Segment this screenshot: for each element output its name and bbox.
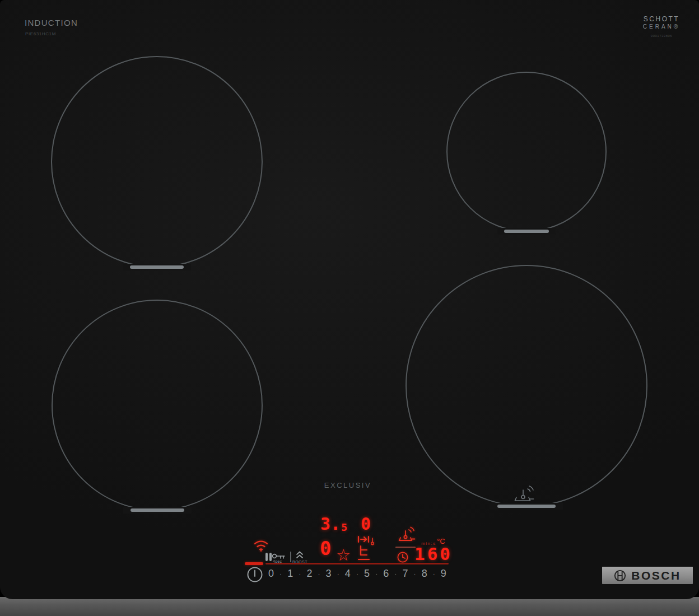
pan-position-marker [130,265,184,269]
cooking-zone-top-right [446,72,607,232]
bosch-logo-text: BOSCH [631,569,681,582]
level-separator-dot: · [375,570,378,578]
level-separator-dot: · [279,570,282,578]
power-slider-track[interactable] [265,563,449,564]
power-button[interactable] [246,566,263,585]
level-separator-dot: · [356,570,358,578]
cooking-zone-bottom-left [52,300,263,511]
cooking-zone-top-left [51,56,263,268]
power-level-4[interactable]: 4 [345,568,351,580]
power-level-display: 0 [320,539,331,558]
power-level-1[interactable]: 1 [287,568,293,580]
timer-left-dec: 5 [341,522,347,533]
sensor-separator-line [395,547,416,548]
power-level-7[interactable]: 7 [402,568,408,580]
pan-position-marker [131,508,184,512]
level-separator-dot: · [299,570,301,578]
cooking-zone-bottom-right [406,265,647,507]
timer-left-int: 3. [320,516,341,533]
power-level-5[interactable]: 5 [364,568,370,580]
frying-sensor-active-icon [397,526,416,547]
level-separator-dot: · [318,570,320,578]
timer-display-left: 3. 5 [320,516,347,533]
favorite-star-icon[interactable]: ☆ [336,547,351,563]
bosch-logo-badge: BOSCH [602,567,693,584]
power-level-0[interactable]: 0 [268,568,274,580]
level-separator-dot: · [433,570,435,578]
cooktop-product-image: INDUCTION PIE631HC1M SCHOTT CERAN® 90017… [0,0,699,616]
timer-display-right: 0 [361,516,371,533]
ceramic-glass-surface: INDUCTION PIE631HC1M SCHOTT CERAN® 90017… [0,0,699,599]
product-line-label: INDUCTION [25,18,78,27]
level-separator-dot: · [394,570,397,578]
glass-brand-line2: CERAN® [641,24,682,30]
frying-sensor-icon [512,484,535,507]
series-label: EXCLUSIV [311,481,384,489]
power-level-scale: 0·1·2·3·4·5·6·7·8·9 [268,568,446,580]
glass-brand-line1: SCHOTT [641,15,682,23]
level-separator-dot: · [414,570,416,578]
power-slider-active-segment[interactable] [245,562,263,565]
move-timer-thermometer-icon [356,535,376,565]
power-level-2[interactable]: 2 [306,568,312,580]
panel-divider [290,552,291,562]
pan-position-marker [504,230,549,233]
glass-brand-logo: SCHOTT CERAN® 9001733806 [641,15,682,38]
bosch-armature-icon [614,570,626,582]
power-level-8[interactable]: 8 [422,568,427,580]
temperature-display: 160 [414,545,453,563]
model-number: PIE631HC1M [25,31,56,36]
pause-bar [265,553,268,561]
pause-icon[interactable] [265,553,272,561]
power-level-6[interactable]: 6 [383,568,389,580]
power-level-3[interactable]: 3 [326,568,332,580]
glass-brand-code: 9001733806 [641,34,682,38]
level-separator-dot: · [337,570,339,578]
power-level-9[interactable]: 9 [441,568,446,580]
front-trim-strip [0,597,699,616]
